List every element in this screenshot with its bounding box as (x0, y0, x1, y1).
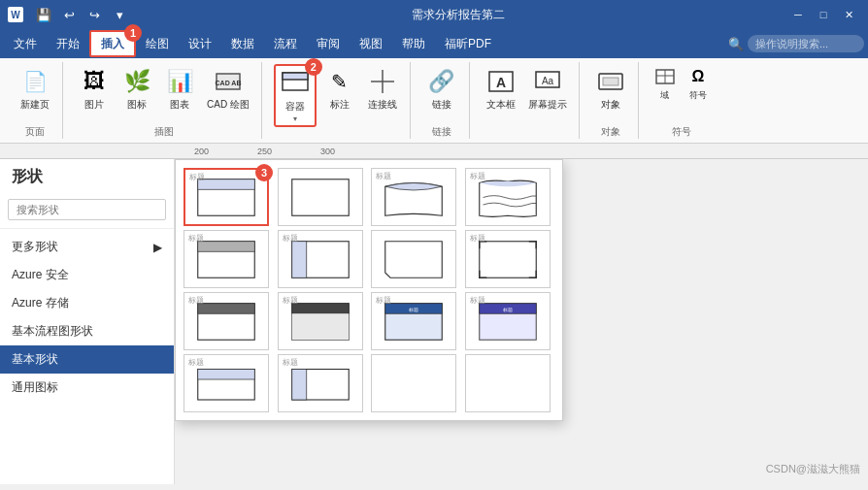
svg-text:标题: 标题 (502, 307, 513, 312)
svg-rect-22 (479, 241, 536, 278)
sidebar-item-basic-shapes[interactable]: 基本形状 (0, 345, 174, 374)
link-btn[interactable]: 🔗 链接 (422, 64, 461, 113)
title-bar-left: W 💾 ↩ ↪ ▾ (8, 4, 130, 25)
shape-thumb-14[interactable]: 标题 (278, 354, 363, 412)
shape-thumb-5[interactable]: 标题 (184, 230, 269, 288)
shape-thumb-13[interactable]: 标题 (184, 354, 269, 412)
more-quick-btn[interactable]: ▾ (109, 4, 130, 25)
image-btn[interactable]: 🖼 图片 (75, 64, 114, 113)
menu-item-view[interactable]: 视图 (350, 30, 392, 57)
container-arrow: ▾ (293, 114, 297, 123)
shape-thumb-3[interactable]: 标题 (371, 168, 456, 226)
menu-item-insert[interactable]: 插入 1 (89, 30, 136, 57)
new-page-btn[interactable]: 📄 新建页 (16, 64, 54, 113)
shape-thumb-1[interactable]: 标题 3 (184, 168, 269, 226)
shape-thumb-15[interactable] (371, 354, 456, 412)
ribbon-group-page-label: 页面 (25, 123, 45, 139)
symbol-icon: Ω (687, 66, 709, 87)
marker-btn[interactable]: ✎ 标注 (320, 64, 359, 113)
field-btn[interactable]: 域 (651, 64, 680, 104)
search-input[interactable] (748, 35, 864, 52)
shape-thumb-6[interactable]: 标题 (278, 230, 363, 288)
textbox-btn[interactable]: A 文本框 (482, 64, 520, 113)
sidebar-title: 形状 (0, 159, 174, 195)
svg-text:标题: 标题 (408, 307, 418, 312)
shape-thumb-8[interactable]: 标题 (465, 230, 551, 288)
save-quick-btn[interactable]: 💾 (33, 4, 54, 25)
connector-btn[interactable]: 连接线 (363, 64, 402, 113)
ribbon-group-insert: 🖼 图片 🌿 图标 📊 图表 CAD AB CAD 绘图 (67, 62, 262, 139)
ribbon-group-link-items: 🔗 链接 (422, 62, 461, 123)
textbox-icon: A (485, 66, 517, 97)
window-title: 需求分析报告第二 (412, 7, 505, 23)
shape-label-11: 标题 (376, 295, 391, 306)
icon-btn[interactable]: 🌿 图标 (117, 64, 156, 113)
shape-thumb-11[interactable]: 标题 标题 (371, 292, 456, 350)
minimize-btn[interactable]: ─ (786, 3, 810, 26)
shape-label-3: 标题 (376, 171, 391, 181)
menu-item-design[interactable]: 设计 (179, 30, 221, 57)
svg-rect-17 (291, 179, 349, 215)
chart-btn[interactable]: 📊 图表 (160, 64, 199, 113)
menu-item-draw[interactable]: 绘图 (136, 30, 179, 57)
menu-item-data[interactable]: 数据 (221, 30, 264, 57)
menu-item-review[interactable]: 审阅 (307, 30, 350, 57)
undo-quick-btn[interactable]: ↩ (58, 4, 80, 25)
sidebar-item-more-label: 更多形状 (12, 239, 58, 255)
svg-rect-37 (291, 369, 306, 400)
menu-item-flow[interactable]: 流程 (264, 30, 307, 57)
sidebar-item-more[interactable]: 更多形状 ▶ (0, 233, 174, 261)
chart-label: 图表 (170, 99, 189, 111)
ribbon-group-object-items: 对象 (591, 62, 630, 123)
sidebar-item-azure-storage[interactable]: Azure 存储 (0, 289, 174, 317)
ribbon-group-container-items: 容器 ▾ 2 ✎ 标注 连接线 (274, 62, 402, 139)
svg-text:Aa: Aa (542, 76, 554, 86)
sidebar-item-azure-security-label: Azure 安全 (12, 267, 69, 283)
marker-label: 标注 (330, 99, 350, 111)
menu-item-pdf[interactable]: 福昕PDF (435, 30, 501, 57)
sidebar-item-azure-security[interactable]: Azure 安全 (0, 261, 174, 289)
ribbon-group-container: 容器 ▾ 2 ✎ 标注 连接线 (266, 62, 411, 139)
shape-thumb-9[interactable]: 标题 (184, 292, 269, 350)
redo-quick-btn[interactable]: ↪ (83, 4, 105, 25)
shape-thumb-4[interactable]: 标题 (465, 168, 551, 226)
shape-thumb-2[interactable] (278, 168, 363, 226)
image-label: 图片 (84, 99, 104, 111)
shape-label-14: 标题 (283, 357, 298, 368)
menu-item-file[interactable]: 文件 (4, 30, 47, 57)
ribbon-group-symbol-items: 域 Ω 符号 (651, 62, 713, 123)
menu-item-help[interactable]: 帮助 (392, 30, 435, 57)
menu-item-start[interactable]: 开始 (47, 30, 89, 57)
shape-label-4: 标题 (470, 171, 485, 181)
ribbon-group-insert-items: 🖼 图片 🌿 图标 📊 图表 CAD AB CAD 绘图 (75, 62, 253, 123)
ribbon: 📄 新建页 页面 🖼 图片 🌿 图标 📊 图表 (0, 58, 868, 144)
shape-label-5: 标题 (188, 233, 204, 244)
symbol-btn[interactable]: Ω 符号 (684, 64, 713, 104)
object-btn[interactable]: 对象 (591, 64, 630, 113)
menu-search: 🔍 (728, 35, 864, 52)
sidebar-divider-1 (0, 228, 174, 229)
connector-icon (367, 66, 398, 97)
sidebar-item-basic-shapes-label: 基本形状 (12, 351, 58, 368)
sidebar-item-basic-flow[interactable]: 基本流程图形状 (0, 317, 174, 345)
sidebar-item-more-arrow: ▶ (153, 241, 162, 254)
shape-label-9: 标题 (188, 295, 204, 306)
sidebar-item-basic-flow-label: 基本流程图形状 (12, 323, 93, 340)
shape-thumb-10[interactable]: 标题 (278, 292, 363, 350)
shape-thumb-7[interactable] (371, 230, 456, 288)
screentip-btn[interactable]: Aa 屏幕提示 (524, 64, 571, 113)
textbox-label: 文本框 (486, 99, 516, 111)
shape-thumb-12[interactable]: 标题 标题 (465, 292, 551, 350)
new-page-icon: 📄 (19, 66, 50, 97)
search-icon: 🔍 (728, 37, 744, 51)
maximize-btn[interactable]: □ (812, 3, 835, 26)
sidebar-search-input[interactable] (8, 199, 166, 220)
container-wrapper: 容器 ▾ 2 (274, 64, 317, 127)
sidebar-item-general-icons[interactable]: 通用图标 (0, 374, 174, 402)
shape-thumb-16[interactable] (465, 354, 551, 412)
close-btn[interactable]: ✕ (837, 3, 860, 26)
cad-btn[interactable]: CAD AB CAD 绘图 (203, 64, 253, 113)
sidebar-item-general-icons-label: 通用图标 (12, 379, 58, 396)
menu-bar: 文件 开始 插入 1 绘图 设计 数据 流程 审阅 视图 帮助 福昕PDF 🔍 (0, 29, 868, 58)
shape-label-1: 标题 (189, 172, 205, 182)
